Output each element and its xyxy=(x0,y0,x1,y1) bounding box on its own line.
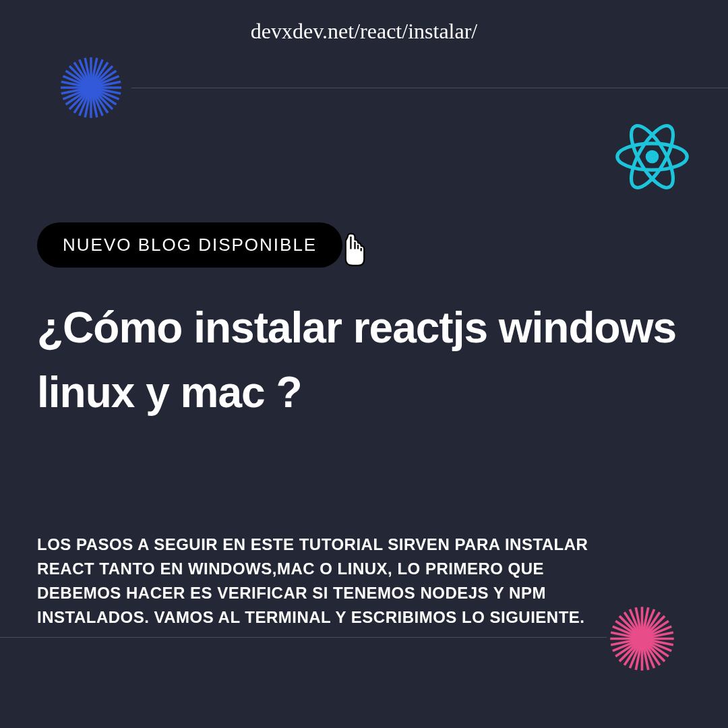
svg-point-19 xyxy=(646,150,659,164)
starburst-blue-icon xyxy=(57,54,125,121)
new-blog-badge: NUEVO BLOG DISPONIBLE xyxy=(37,222,342,268)
pointer-cursor-icon xyxy=(337,233,371,270)
page-url: devxdev.net/react/instalar/ xyxy=(251,19,477,44)
article-headline: ¿Cómo instalar reactjs windows linux y m… xyxy=(37,295,691,425)
react-logo-icon xyxy=(613,118,691,195)
divider-top xyxy=(131,88,728,88)
starburst-pink-icon xyxy=(607,603,677,674)
divider-bottom xyxy=(0,637,607,638)
article-description: LOS PASOS A SEGUIR EN ESTE TUTORIAL SIRV… xyxy=(37,533,593,630)
